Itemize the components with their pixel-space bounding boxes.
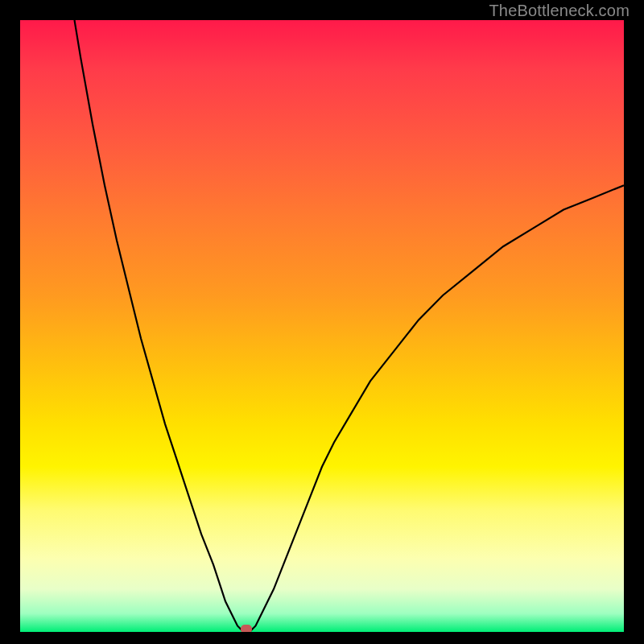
bottleneck-curve bbox=[20, 20, 624, 632]
plot-area bbox=[20, 20, 624, 632]
chart-frame: TheBottleneck.com bbox=[0, 0, 644, 644]
curve-line bbox=[75, 20, 625, 632]
watermark-text: TheBottleneck.com bbox=[489, 2, 630, 20]
optimal-point-marker bbox=[241, 625, 252, 632]
